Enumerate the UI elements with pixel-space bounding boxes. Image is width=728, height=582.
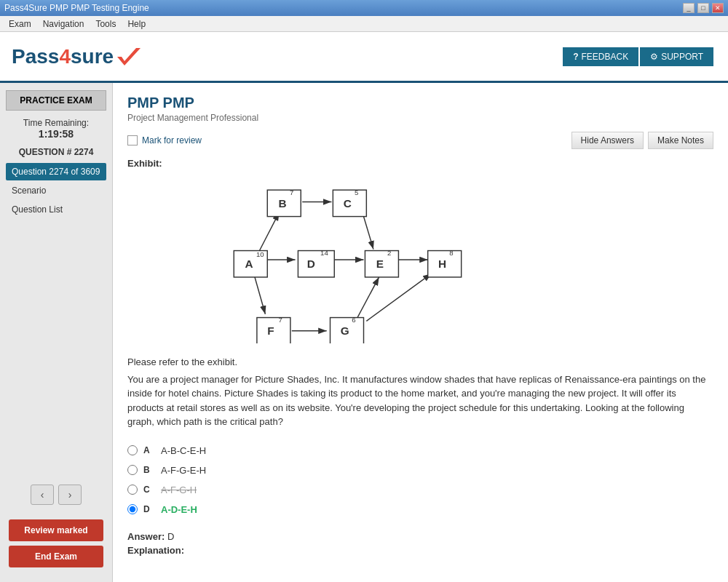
svg-line-11 bbox=[366, 274, 431, 321]
exam-subtitle: Project Management Professional bbox=[127, 113, 713, 123]
sidebar-bottom-buttons: Review marked End Exam bbox=[6, 519, 106, 575]
gear-icon: ⚙ bbox=[650, 52, 658, 62]
timer-value: 1:19:58 bbox=[6, 128, 106, 140]
option-d: D A-D-E-H bbox=[127, 500, 713, 519]
svg-text:H: H bbox=[438, 258, 446, 271]
exhibit-label: Exhibit: bbox=[127, 158, 713, 169]
svg-line-4 bbox=[253, 272, 265, 314]
option-b-text: A-F-G-E-H bbox=[161, 465, 206, 476]
window-controls: _ □ ✕ bbox=[683, 3, 724, 13]
radio-b[interactable] bbox=[127, 465, 138, 475]
option-b: B A-F-G-E-H bbox=[127, 461, 713, 480]
content-inner: PMP PMP Project Management Professional … bbox=[113, 83, 728, 567]
option-c-text: A-F-G-H bbox=[161, 485, 197, 495]
close-button[interactable]: ✕ bbox=[712, 3, 724, 13]
svg-text:D: D bbox=[307, 258, 315, 271]
radio-c[interactable] bbox=[127, 485, 138, 495]
svg-text:10: 10 bbox=[256, 250, 264, 258]
radio-d[interactable] bbox=[127, 504, 138, 514]
svg-text:B: B bbox=[279, 197, 287, 210]
explanation-label: Explanation: bbox=[127, 545, 713, 556]
sidebar-item-question-list[interactable]: Question List bbox=[6, 201, 106, 218]
logo-bar: Pass4sure ? FEEDBACK ⚙ SUPPORT bbox=[0, 32, 728, 83]
network-diagram: A 10 B 7 C 5 D 14 E bbox=[127, 176, 550, 343]
radio-a[interactable] bbox=[127, 445, 138, 455]
svg-text:6: 6 bbox=[352, 316, 355, 324]
sidebar-item-question[interactable]: Question 2274 of 3609 bbox=[6, 163, 106, 180]
svg-text:7: 7 bbox=[279, 316, 282, 324]
svg-text:C: C bbox=[344, 197, 352, 210]
svg-text:8: 8 bbox=[449, 249, 453, 257]
option-a: A A-B-C-E-H bbox=[127, 441, 713, 461]
mark-review-row: Mark for review Hide Answers Make Notes bbox=[127, 132, 713, 149]
svg-text:2: 2 bbox=[387, 249, 391, 257]
action-buttons: Hide Answers Make Notes bbox=[571, 132, 713, 149]
svg-text:14: 14 bbox=[320, 249, 328, 257]
question-text: Please refer to the exhibit. You are a p… bbox=[127, 355, 713, 429]
question-icon: ? bbox=[573, 52, 578, 62]
option-d-text: A-D-E-H bbox=[161, 504, 197, 515]
diagram-container: A 10 B 7 C 5 D 14 E bbox=[127, 176, 713, 343]
title-text: Pass4Sure PMP PMP Testing Engine bbox=[4, 3, 149, 13]
hide-answers-button[interactable]: Hide Answers bbox=[571, 132, 644, 149]
option-a-text: A-B-C-E-H bbox=[161, 445, 206, 456]
answer-options: A A-B-C-E-H B A-F-G-E-H C A-F-G-H D A-D-… bbox=[127, 441, 713, 519]
question-label: QUESTION # 2274 bbox=[6, 147, 106, 157]
logo-checkmark-icon bbox=[116, 47, 142, 67]
title-bar: Pass4Sure PMP PMP Testing Engine _ □ ✕ bbox=[0, 0, 728, 16]
feedback-button[interactable]: ? FEEDBACK bbox=[563, 47, 638, 66]
next-button[interactable]: › bbox=[58, 485, 82, 505]
svg-text:7: 7 bbox=[290, 188, 293, 196]
main-layout: PRACTICE EXAM Time Remaining: 1:19:58 QU… bbox=[0, 83, 728, 582]
make-notes-button[interactable]: Make Notes bbox=[648, 132, 713, 149]
svg-text:F: F bbox=[267, 325, 274, 338]
sidebar-title: PRACTICE EXAM bbox=[6, 90, 106, 111]
content-area[interactable]: PMP PMP Project Management Professional … bbox=[113, 83, 728, 582]
mark-checkbox[interactable] bbox=[127, 135, 138, 146]
sidebar: PRACTICE EXAM Time Remaining: 1:19:58 QU… bbox=[0, 83, 113, 582]
exam-title: PMP PMP bbox=[127, 95, 713, 111]
svg-marker-0 bbox=[117, 48, 141, 65]
svg-text:5: 5 bbox=[355, 188, 358, 196]
review-marked-button[interactable]: Review marked bbox=[9, 519, 103, 541]
end-exam-button[interactable]: End Exam bbox=[9, 546, 103, 567]
answer-section: Answer: D bbox=[127, 531, 713, 542]
svg-text:E: E bbox=[376, 258, 384, 271]
minimize-button[interactable]: _ bbox=[683, 3, 695, 13]
mark-for-review-label[interactable]: Mark for review bbox=[127, 135, 202, 146]
svg-text:A: A bbox=[245, 258, 253, 271]
menu-tools[interactable]: Tools bbox=[90, 17, 122, 31]
svg-rect-21 bbox=[298, 251, 334, 277]
sidebar-item-scenario[interactable]: Scenario bbox=[6, 182, 106, 199]
svg-text:G: G bbox=[341, 325, 349, 338]
top-action-buttons: ? FEEDBACK ⚙ SUPPORT bbox=[563, 47, 713, 66]
menu-help[interactable]: Help bbox=[122, 17, 151, 31]
logo: Pass4sure bbox=[12, 45, 142, 68]
navigation-arrows: ‹ › bbox=[6, 485, 106, 505]
support-button[interactable]: ⚙ SUPPORT bbox=[640, 47, 713, 66]
prev-button[interactable]: ‹ bbox=[31, 485, 54, 505]
menu-exam[interactable]: Exam bbox=[3, 17, 37, 31]
menu-navigation[interactable]: Navigation bbox=[37, 17, 90, 31]
menu-bar: Exam Navigation Tools Help bbox=[0, 16, 728, 32]
option-c: C A-F-G-H bbox=[127, 480, 713, 500]
maximize-button[interactable]: □ bbox=[697, 3, 709, 13]
timer-label: Time Remaining: bbox=[6, 118, 106, 128]
